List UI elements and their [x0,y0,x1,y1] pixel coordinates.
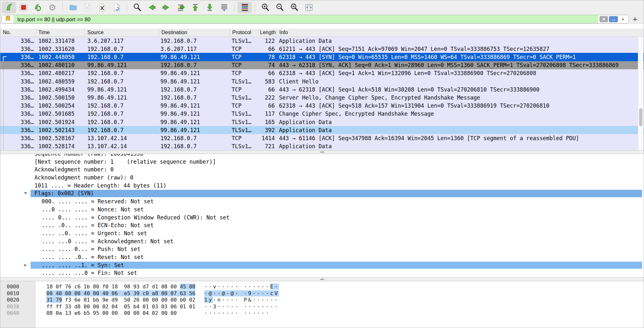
column-separator[interactable] [230,29,230,36]
packet-row[interactable]: 336…1002.502143192.168.0.799.86.49.121TL… [0,126,644,134]
source-cell: 192.168.0.7 [87,70,124,76]
detail-row[interactable]: .... .... .0.. = Reset: Not set [0,253,644,261]
packet-row[interactable]: 336…1002.331620192.168.0.73.6.207.117TCP… [0,45,644,53]
toolbar-separator [127,3,127,12]
column-separator[interactable] [85,29,85,36]
detail-text: .... ...0 .... = Acknowledgment: Not set [0,238,173,245]
scrollbar-thumb[interactable] [639,108,642,126]
packet-row[interactable]: 336…1002.49943499.86.49.121192.168.0.7TC… [0,85,644,93]
zoom-reset-button[interactable] [287,2,302,13]
detail-row[interactable]: Sequence number (raw): 2605041556 [0,154,644,158]
save-file-button[interactable] [80,2,95,13]
detail-row[interactable]: 000. .... .... = Reserved: Not set [0,198,644,206]
hex-row[interactable]: 0030ff ff 33 d8 00 00 02 04 05 b4 01 03 … [0,304,644,310]
time-cell: 1002.331620 [38,46,75,52]
hex-row[interactable]: 002031 79 f3 6e 01 bb 9e d9 50 26 00 00 … [0,297,644,304]
packet-row[interactable]: 336…1002.52817413.107.42.14192.168.0.7TL… [0,142,644,150]
hex-row[interactable]: 000018 0f 76 c6 1b 80 f0 18 98 93 d7 d1 … [0,284,644,290]
detail-text: Sequence number (raw): 2605041556 [0,154,143,157]
hex-row[interactable]: 004008 0a 13 e6 b5 95 00 00 00 00 04 02 … [0,310,644,317]
protocol-cell: TCP [232,62,242,68]
column-separator[interactable] [277,29,277,36]
time-cell: 1002.448050 [38,54,75,60]
packet-row[interactable]: 336…1002.500254192.168.0.799.86.49.121TC… [0,102,644,110]
apply-filter-button[interactable]: → [609,16,618,22]
packet-row[interactable]: 336…1002.50015099.86.49.121192.168.0.7TL… [0,93,644,101]
go-first-packet-button[interactable] [188,2,202,13]
splitter-details[interactable] [0,150,644,154]
sharkfin-icon [5,3,14,12]
expand-toggle-icon[interactable]: ▶ [24,261,27,269]
column-header-no[interactable]: No. [0,29,36,36]
close-file-button[interactable] [95,2,109,13]
column-header-length[interactable]: Length [258,29,277,36]
collapse-toggle-icon[interactable]: ▼ [24,189,27,198]
column-header-protocol[interactable]: Protocol [230,29,258,36]
detail-row[interactable]: ▼Flags: 0x002 (SYN) [0,189,644,198]
packet-row[interactable]: 336…1002.501685192.168.0.799.86.49.121TL… [0,110,644,118]
clear-filter-button[interactable]: ✕ [600,16,608,22]
resize-columns-button[interactable] [302,2,316,13]
packet-row[interactable]: 336…1002.48011099.86.49.121192.168.0.7TC… [0,61,644,69]
detail-row[interactable]: .... ..0. .... = Urgent: Not set [0,229,644,237]
time-cell: 1002.480110 [38,62,75,68]
time-cell: 1002.502143 [38,127,75,133]
packet-row[interactable]: 336…1002.480559192.168.0.799.86.49.121TL… [0,77,644,85]
detail-row[interactable]: .... 0... .... = Congestion Window Reduc… [0,214,644,222]
zoom-in-button[interactable] [258,2,273,13]
reload-file-button[interactable] [109,2,124,13]
filter-bookmark-button[interactable] [2,15,14,23]
length-cell: 392 [257,127,275,133]
detail-row[interactable]: .... ...0 .... = Acknowledgment: Not set [0,237,644,246]
detail-row[interactable]: .... .... 0... = Push: Not set [0,245,644,253]
start-capture-button[interactable] [2,2,16,13]
column-separator[interactable] [36,29,36,36]
detail-row[interactable]: Acknowledgment number: 0 [0,166,644,174]
detail-text: [Next sequence number: 1 (relative seque… [0,159,216,165]
packet-row[interactable]: 336…1002.501924192.168.0.799.86.49.121TL… [0,118,644,126]
restart-capture-button[interactable] [31,2,45,13]
detail-row[interactable]: ▶.... .... ..1. = Syn: Set [0,261,644,269]
detail-text: 000. .... .... = Reserved: Not set [0,198,154,205]
info-cell: 443 → 61146 [ACK] Seq=347988 Ack=16394 W… [279,135,638,141]
open-file-button[interactable] [66,2,80,13]
column-separator[interactable] [258,29,258,36]
detail-row[interactable]: .... .0.. .... = ECN-Echo: Not set [0,221,644,229]
packet-row[interactable]: 336…1002.3314783.6.207.117192.168.0.7TLS… [0,37,644,45]
filter-dropdown-caret-icon[interactable]: ▾ [620,16,626,22]
detail-row[interactable]: [Next sequence number: 1 (relative seque… [0,158,644,166]
go-to-packet-button[interactable] [173,2,188,13]
column-header-time[interactable]: Time [36,29,85,36]
detail-row[interactable]: ...0 .... .... = Nonce: Not set [0,206,644,214]
detail-row[interactable]: Acknowledgment number (raw): 0 [0,174,644,182]
add-filter-button[interactable]: + [630,14,639,24]
packet-row[interactable]: 336…1002.448050192.168.0.799.86.49.121TC… [0,53,644,61]
display-filter-bar[interactable]: tcp.port == 80 || udp.port == 80 ✕ → ▾ [2,15,629,24]
packet-list-scrollbar[interactable] [638,37,643,150]
column-header-destination[interactable]: Destination [159,29,230,36]
packet-row[interactable]: 336…1002.52816713.107.42.14192.168.0.7TC… [0,134,644,142]
go-last-packet-button[interactable] [202,2,217,13]
column-header-source[interactable]: Source [85,29,159,36]
hex-ascii: ··v····· ······E· [204,284,279,290]
go-forward-button[interactable] [159,2,173,13]
source-cell: 192.168.0.7 [87,46,124,52]
display-filter-input[interactable]: tcp.port == 80 || udp.port == 80 [17,16,91,22]
stop-capture-button[interactable] [16,2,31,13]
find-packet-button[interactable] [130,2,144,13]
time-cell: 1002.501924 [38,119,75,125]
length-cell: 66 [257,86,275,93]
go-back-button[interactable] [144,2,159,13]
zoom-out-button[interactable] [273,2,287,13]
colorize-packets-button[interactable] [237,2,252,13]
colorize-icon [240,3,249,12]
column-separator[interactable] [159,29,159,36]
auto-scroll-button[interactable] [217,2,231,13]
detail-row[interactable]: 1011 .... = Header Length: 44 bytes (11) [0,182,644,190]
capture-options-button[interactable]: ⚙ [45,2,60,13]
packet-row[interactable]: 336…1002.480217192.168.0.799.86.49.121TC… [0,69,644,77]
hex-row[interactable]: 001000 40 00 00 40 00 40 06 e5 39 c0 a8 … [0,290,644,297]
detail-row[interactable]: .... .... ...0 = Fin: Not set [0,269,644,277]
column-header-info[interactable]: Info [277,29,639,36]
splitter-hex[interactable] [0,277,644,281]
